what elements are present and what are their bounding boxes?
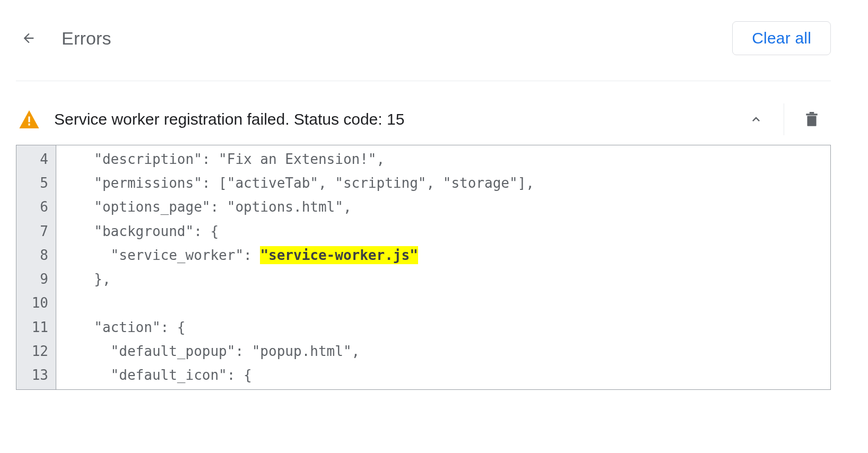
svg-rect-0 xyxy=(28,117,30,123)
delete-error-button[interactable] xyxy=(796,103,828,135)
line-number: 8 xyxy=(24,243,50,267)
page-title: Errors xyxy=(62,28,111,49)
svg-rect-4 xyxy=(810,112,814,114)
line-number: 6 xyxy=(24,195,50,219)
code-block: 45678910111213 "description": "Fix an Ex… xyxy=(16,145,831,390)
line-number: 7 xyxy=(24,220,50,243)
line-number-gutter: 45678910111213 xyxy=(16,145,56,389)
separator xyxy=(784,103,784,135)
highlighted-token: "service-worker.js" xyxy=(260,246,418,264)
line-number: 9 xyxy=(24,267,50,291)
collapse-button[interactable] xyxy=(740,103,772,135)
code-line: "default_popup": "popup.html", xyxy=(77,339,534,363)
header-left: Errors xyxy=(16,25,111,51)
back-arrow-icon xyxy=(21,31,36,46)
code-line: "description": "Fix an Extension!", xyxy=(77,147,534,171)
svg-rect-3 xyxy=(806,114,817,115)
line-number: 11 xyxy=(24,316,50,339)
code-line: "service_worker": "service-worker.js" xyxy=(77,243,534,267)
code-line: "default_icon": { xyxy=(77,363,534,387)
code-line: "action": { xyxy=(77,316,534,339)
line-number: 10 xyxy=(24,291,50,315)
code-line xyxy=(77,291,534,315)
code-line: "permissions": ["activeTab", "scripting"… xyxy=(77,171,534,195)
line-number: 13 xyxy=(24,363,50,387)
error-header[interactable]: Service worker registration failed. Stat… xyxy=(16,94,831,145)
trash-icon xyxy=(805,111,819,127)
error-card: Service worker registration failed. Stat… xyxy=(16,94,831,390)
code-content[interactable]: "description": "Fix an Extension!", "per… xyxy=(56,145,545,389)
line-number: 5 xyxy=(24,171,50,195)
errors-page: Errors Clear all Service worker registra… xyxy=(0,0,868,411)
code-line: "background": { xyxy=(77,220,534,243)
line-number: 4 xyxy=(24,147,50,171)
svg-rect-1 xyxy=(28,124,30,126)
code-line: "options_page": "options.html", xyxy=(77,195,534,219)
warning-icon xyxy=(19,110,39,128)
svg-rect-2 xyxy=(807,116,816,126)
clear-all-button[interactable]: Clear all xyxy=(732,21,831,55)
error-title: Service worker registration failed. Stat… xyxy=(54,110,740,128)
page-header: Errors Clear all xyxy=(16,21,831,81)
line-number: 12 xyxy=(24,339,50,363)
back-button[interactable] xyxy=(16,25,41,51)
code-line: }, xyxy=(77,267,534,291)
chevron-up-icon xyxy=(749,112,763,127)
